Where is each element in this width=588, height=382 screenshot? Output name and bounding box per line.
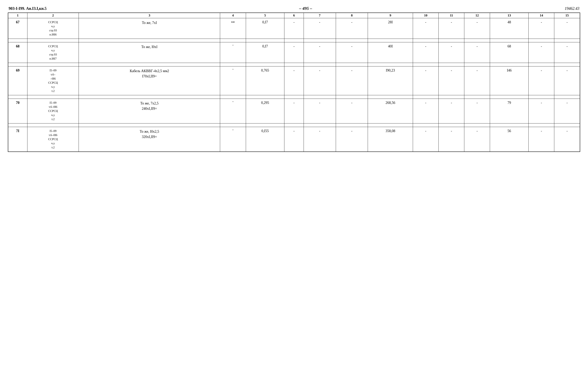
cell-col13: 79: [490, 99, 529, 124]
cell-col10: -: [413, 127, 439, 152]
cell-unit: км: [220, 18, 246, 39]
col-header-5: 5: [246, 13, 284, 18]
cell-col8: -: [336, 127, 368, 152]
table-row: 7II5–09т.6–0I6ССРСЦч.ут.2То же, I0х2,532…: [8, 127, 580, 152]
cell-col12: -: [464, 42, 490, 63]
cell-col6: -: [284, 66, 304, 95]
spacer-row: [8, 63, 580, 66]
cell-col6: -: [284, 127, 304, 152]
cell-id: 69: [8, 66, 27, 95]
cell-col14: -: [529, 99, 554, 124]
column-header-row: 1 2 3 4 5 6 7 8 9 10 11 12 13 14 15: [8, 13, 580, 18]
cell-col10: -: [413, 66, 439, 95]
cell-col12: -: [464, 127, 490, 152]
col-header-3: 3: [79, 13, 220, 18]
cell-reference: ССРСЦч.устр.93п.I8I6: [27, 18, 79, 39]
cell-col7: -: [304, 99, 336, 124]
cell-description: То же, 7х2,5240хI,II9=: [79, 99, 220, 124]
header-center: – 495 –: [299, 6, 312, 11]
cell-id: 70: [8, 99, 27, 124]
cell-col9: 358,08: [368, 127, 413, 152]
cell-col12: -: [464, 18, 490, 39]
cell-col9: 40I: [368, 42, 413, 63]
cell-id: 67: [8, 18, 27, 39]
col-header-11: 11: [439, 13, 464, 18]
cell-col8: -: [336, 66, 368, 95]
col-header-2: 2: [27, 13, 79, 18]
cell-reference: ССРСЦч.устр.93п.I8I7: [27, 42, 79, 63]
spacer-row: [8, 39, 580, 42]
cell-description: Кабель АКВВГ-4х2,5 мм2I70хI,II9=: [79, 66, 220, 95]
cell-id: 7I: [8, 127, 27, 152]
cell-unit: ": [220, 42, 246, 63]
cell-col5: 0,I7: [246, 18, 284, 39]
cell-col11: -: [439, 66, 464, 95]
cell-col9: 28I: [368, 18, 413, 39]
cell-reference: I5–09т.6–0I6ССРСЦч.ут.2: [27, 99, 79, 124]
col-header-10: 10: [413, 13, 439, 18]
spacer-row: [8, 124, 580, 127]
table-row: 70I5–09т.6–0I6ССРСЦч.ут.2То же, 7х2,5240…: [8, 99, 580, 124]
cell-col11: -: [439, 42, 464, 63]
col-header-6: 6: [284, 13, 304, 18]
header-left: 903-I-I99. Ан.I3.I,кн.5: [9, 6, 46, 11]
col-header-12: 12: [464, 13, 490, 18]
col-header-4: 4: [220, 13, 246, 18]
cell-col10: -: [413, 99, 439, 124]
cell-col15: -: [554, 99, 580, 124]
header-right: 19462.43: [565, 6, 579, 11]
cell-col10: -: [413, 18, 439, 39]
cell-col6: -: [284, 99, 304, 124]
cell-col13: 56: [490, 127, 529, 152]
cell-col14: -: [529, 18, 554, 39]
cell-description: То же, I0хI: [79, 42, 220, 63]
cell-id: 68: [8, 42, 27, 63]
cell-col7: -: [304, 18, 336, 39]
cell-reference: I5–09т.6––0I6ССРСЦч.ут.2: [27, 66, 79, 95]
cell-col9: I90,23: [368, 66, 413, 95]
cell-col15: -: [554, 127, 580, 152]
page-header: 903-I-I99. Ан.I3.I,кн.5 – 495 – 19462.43: [8, 6, 580, 11]
cell-col15: -: [554, 42, 580, 63]
cell-col5: 0,I7: [246, 42, 284, 63]
table-row: 68ССРСЦч.устр.93п.I8I7То же, I0хI"0,I7--…: [8, 42, 580, 63]
col-header-1: 1: [8, 13, 27, 18]
cell-unit: ": [220, 99, 246, 124]
cell-col8: -: [336, 42, 368, 63]
cell-col7: -: [304, 66, 336, 95]
cell-description: То же, I0х2,5320хI,II9=: [79, 127, 220, 152]
col-header-7: 7: [304, 13, 336, 18]
cell-col14: -: [529, 127, 554, 152]
cell-col7: -: [304, 127, 336, 152]
col-header-9: 9: [368, 13, 413, 18]
cell-unit: ": [220, 127, 246, 152]
col-header-8: 8: [336, 13, 368, 18]
cell-col13: I46: [490, 66, 529, 95]
col-header-14: 14: [529, 13, 554, 18]
main-table: 1 2 3 4 5 6 7 8 9 10 11 12 13 14 15 67СС…: [8, 13, 580, 152]
cell-col13: 48: [490, 18, 529, 39]
cell-col12: -: [464, 99, 490, 124]
cell-col8: -: [336, 99, 368, 124]
cell-col5: 0,I55: [246, 127, 284, 152]
cell-unit: ": [220, 66, 246, 95]
cell-col8: -: [336, 18, 368, 39]
cell-col7: -: [304, 42, 336, 63]
cell-col11: -: [439, 99, 464, 124]
cell-col13: 68: [490, 42, 529, 63]
table-row: 67ССРСЦч.устр.93п.I8I6То же, 7хIкм0,I7--…: [8, 18, 580, 39]
cell-col6: -: [284, 42, 304, 63]
cell-col15: -: [554, 66, 580, 95]
cell-col5: 0,295: [246, 99, 284, 124]
cell-col14: -: [529, 42, 554, 63]
cell-col5: 0,765: [246, 66, 284, 95]
cell-col10: -: [413, 42, 439, 63]
table-row: 69I5–09т.6––0I6ССРСЦч.ут.2Кабель АКВВГ-4…: [8, 66, 580, 95]
cell-reference: I5–09т.6–0I6ССРСЦч.ут.2: [27, 127, 79, 152]
cell-col14: -: [529, 66, 554, 95]
col-header-15: 15: [554, 13, 580, 18]
cell-col12: -: [464, 66, 490, 95]
cell-col9: 268,56: [368, 99, 413, 124]
cell-col6: -: [284, 18, 304, 39]
cell-description: То же, 7хI: [79, 18, 220, 39]
